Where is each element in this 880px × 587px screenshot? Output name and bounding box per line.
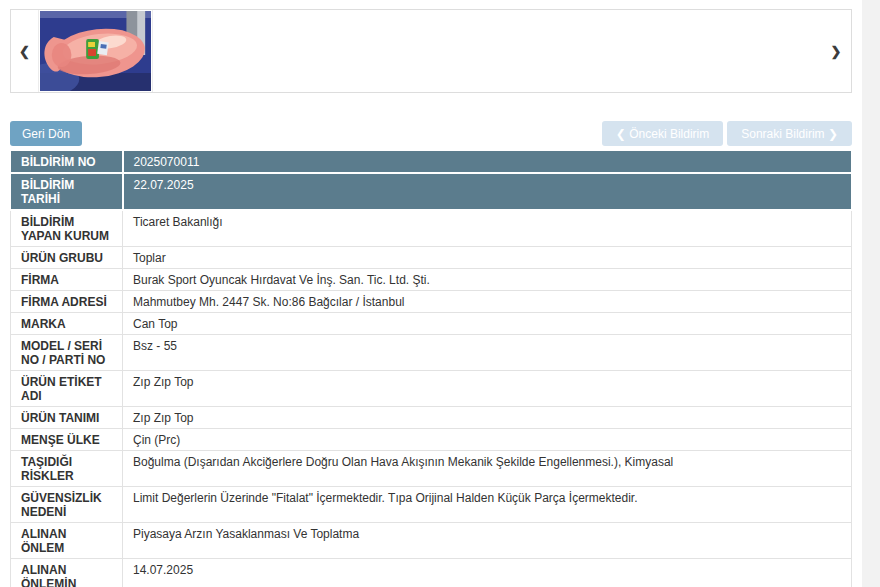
row-label: ALINAN ÖNLEM <box>11 523 123 559</box>
table-row: FİRMA Burak Sport Oyuncak Hırdavat Ve İn… <box>11 269 852 291</box>
row-value: Piyasaya Arzın Yasaklanması Ve Toplatma <box>123 523 852 559</box>
row-label: ÜRÜN TANIMI <box>11 407 123 429</box>
table-row: GÜVENSİZLİK NEDENİ Limit Değerlerin Üzer… <box>11 487 852 523</box>
row-label: ÜRÜN ETİKET ADI <box>11 371 123 407</box>
page-content: ❮ ❯ G <box>0 0 862 587</box>
row-value: 14.07.2025 <box>123 559 852 587</box>
back-button[interactable]: Geri Dön <box>10 121 82 146</box>
row-value: Can Top <box>123 313 852 335</box>
table-row: ÜRÜN ETİKET ADI Zıp Zıp Top <box>11 371 852 407</box>
table-row: MARKA Can Top <box>11 313 852 335</box>
carousel-next-icon[interactable]: ❯ <box>821 10 851 92</box>
row-label: BİLDİRİM NO <box>11 151 123 174</box>
table-row: MENŞE ÜLKE Çin (Prc) <box>11 429 852 451</box>
row-label: FİRMA <box>11 269 123 291</box>
row-label: BİLDİRİM TARİHİ <box>11 173 123 210</box>
product-photo <box>40 11 151 91</box>
row-label: TAŞIDIĞI RİSKLER <box>11 451 123 487</box>
row-value: Zıp Zıp Top <box>123 407 852 429</box>
row-value: Bsz - 55 <box>123 335 852 371</box>
row-value: Toplar <box>123 247 852 269</box>
row-value: Limit Değerlerin Üzerinde "Fitalat" İçer… <box>123 487 852 523</box>
next-notification-button[interactable]: Sonraki Bildirim ❯ <box>727 121 852 146</box>
action-bar: Geri Dön ❮ Önceki Bildirim Sonraki Bildi… <box>10 121 852 146</box>
table-row: BİLDİRİM YAPAN KURUM Ticaret Bakanlığı <box>11 210 852 247</box>
table-row: TAŞIDIĞI RİSKLER Boğulma (Dışarıdan Akci… <box>11 451 852 487</box>
row-value: Zıp Zıp Top <box>123 371 852 407</box>
row-value: Ticaret Bakanlığı <box>123 210 852 247</box>
image-carousel: ❮ ❯ <box>10 9 852 93</box>
row-label: GÜVENSİZLİK NEDENİ <box>11 487 123 523</box>
notification-detail-table: BİLDİRİM NO 2025070011 BİLDİRİM TARİHİ 2… <box>10 150 852 587</box>
table-row: MODEL / SERİ NO / PARTİ NO Bsz - 55 <box>11 335 852 371</box>
row-label: MODEL / SERİ NO / PARTİ NO <box>11 335 123 371</box>
row-label: MENŞE ÜLKE <box>11 429 123 451</box>
table-row: FİRMA ADRESİ Mahmutbey Mh. 2447 Sk. No:8… <box>11 291 852 313</box>
row-label: FİRMA ADRESİ <box>11 291 123 313</box>
table-row: ALINAN ÖNLEM Piyasaya Arzın Yasaklanması… <box>11 523 852 559</box>
table-row: ÜRÜN TANIMI Zıp Zıp Top <box>11 407 852 429</box>
table-row: BİLDİRİM NO 2025070011 <box>11 151 852 174</box>
row-label: BİLDİRİM YAPAN KURUM <box>11 210 123 247</box>
row-value: 22.07.2025 <box>123 173 852 210</box>
table-row: ALINAN ÖNLEMİN TARİHİ 14.07.2025 <box>11 559 852 587</box>
table-row: ÜRÜN GRUBU Toplar <box>11 247 852 269</box>
row-label: ALINAN ÖNLEMİN TARİHİ <box>11 559 123 587</box>
row-label: MARKA <box>11 313 123 335</box>
table-row: BİLDİRİM TARİHİ 22.07.2025 <box>11 173 852 210</box>
previous-notification-button[interactable]: ❮ Önceki Bildirim <box>602 121 723 146</box>
carousel-prev-icon[interactable]: ❮ <box>11 10 38 92</box>
row-value: Boğulma (Dışarıdan Akciğerlere Doğru Ola… <box>123 451 852 487</box>
row-value: Çin (Prc) <box>123 429 852 451</box>
row-value: Mahmutbey Mh. 2447 Sk. No:86 Bağcılar / … <box>123 291 852 313</box>
row-value: Burak Sport Oyuncak Hırdavat Ve İnş. San… <box>123 269 852 291</box>
detail-table-body: BİLDİRİM NO 2025070011 BİLDİRİM TARİHİ 2… <box>11 151 852 587</box>
row-value: 2025070011 <box>123 151 852 174</box>
row-label: ÜRÜN GRUBU <box>11 247 123 269</box>
product-thumbnail[interactable] <box>38 10 153 92</box>
